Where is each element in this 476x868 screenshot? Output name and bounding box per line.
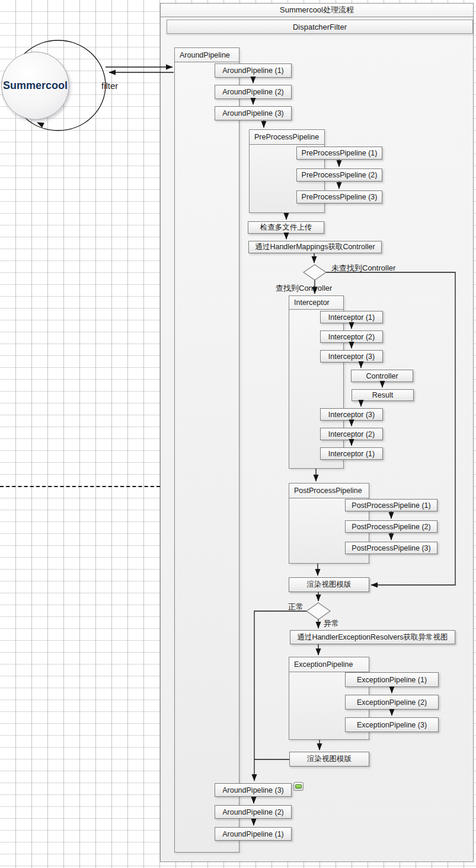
label-error: 异常 <box>324 618 339 629</box>
collapse-button[interactable] <box>293 782 304 791</box>
node-around-pipeline-2-out[interactable]: AroundPipeline (2) <box>215 805 292 819</box>
node-get-exception-view-by-resolvers[interactable]: 通过HandlerExceptionResolvers获取异常视图 <box>290 630 455 644</box>
actor-circle[interactable]: Summercool <box>1 52 69 120</box>
dispatcher-lane-header[interactable]: DispatcherFilter <box>167 20 473 34</box>
group-postprocess-pipeline-title: PostProcessPipeline <box>289 484 369 498</box>
label-controller-found: 查找到Controller <box>276 283 332 294</box>
label-normal: 正常 <box>288 602 304 612</box>
node-exception-pipeline-1[interactable]: ExceptionPipeline (1) <box>345 672 439 687</box>
node-interceptor-1-out[interactable]: Interceptor (1) <box>320 447 383 460</box>
node-around-pipeline-1[interactable]: AroundPipeline (1) <box>215 63 292 78</box>
node-interceptor-3-out[interactable]: Interceptor (3) <box>320 408 383 421</box>
node-interceptor-2[interactable]: Interceptor (2) <box>320 330 383 343</box>
group-preprocess-pipeline-title: PreProcessPipeline <box>250 130 324 145</box>
node-around-pipeline-3-out[interactable]: AroundPipeline (3) <box>215 783 292 797</box>
node-postprocess-pipeline-3[interactable]: PostProcessPipeline (3) <box>345 542 437 554</box>
outer-frame-title: Summercool处理流程 <box>161 4 473 17</box>
node-preprocess-pipeline-2[interactable]: PreProcessPipeline (2) <box>296 168 382 182</box>
node-interceptor-2-out[interactable]: Interceptor (2) <box>320 428 383 440</box>
node-postprocess-pipeline-1[interactable]: PostProcessPipeline (1) <box>345 499 437 511</box>
group-exception-pipeline-title: ExceptionPipeline <box>289 657 369 672</box>
collapse-button-green-bar <box>295 784 302 788</box>
node-around-pipeline-2[interactable]: AroundPipeline (2) <box>215 85 292 99</box>
node-check-multipart-upload[interactable]: 检查多文件上传 <box>248 221 324 234</box>
label-controller-not-found: 未查找到Controller <box>331 263 395 274</box>
group-around-pipeline-title: AroundPipeline <box>175 48 239 62</box>
node-interceptor-3[interactable]: Interceptor (3) <box>320 350 383 363</box>
node-result[interactable]: Result <box>352 389 414 401</box>
group-around-pipeline[interactable]: AroundPipeline <box>174 47 239 853</box>
node-around-pipeline-1-out[interactable]: AroundPipeline (1) <box>215 827 292 841</box>
node-controller[interactable]: Controller <box>351 370 413 382</box>
node-exception-pipeline-3[interactable]: ExceptionPipeline (3) <box>345 717 439 732</box>
node-around-pipeline-3[interactable]: AroundPipeline (3) <box>215 106 292 120</box>
node-interceptor-1[interactable]: Interceptor (1) <box>320 311 383 323</box>
actor-label: Summercool <box>3 80 68 92</box>
node-exception-pipeline-2[interactable]: ExceptionPipeline (2) <box>345 695 439 710</box>
node-render-exception-view-template[interactable]: 渲染视图模版 <box>289 752 369 767</box>
filter-label: filter <box>101 81 118 91</box>
node-get-controller-by-handlermappings[interactable]: 通过HandlerMappings获取Controller <box>248 241 382 253</box>
node-render-view-template[interactable]: 渲染视图模版 <box>289 577 369 592</box>
diagram-canvas: Summercool filter Summercool处理流程 Dispatc… <box>0 0 476 868</box>
page-break-line <box>0 486 160 487</box>
node-postprocess-pipeline-2[interactable]: PostProcessPipeline (2) <box>345 520 437 533</box>
node-preprocess-pipeline-3[interactable]: PreProcessPipeline (3) <box>296 190 382 204</box>
node-preprocess-pipeline-1[interactable]: PreProcessPipeline (1) <box>296 147 382 160</box>
group-interceptor-title: Interceptor <box>289 296 343 310</box>
